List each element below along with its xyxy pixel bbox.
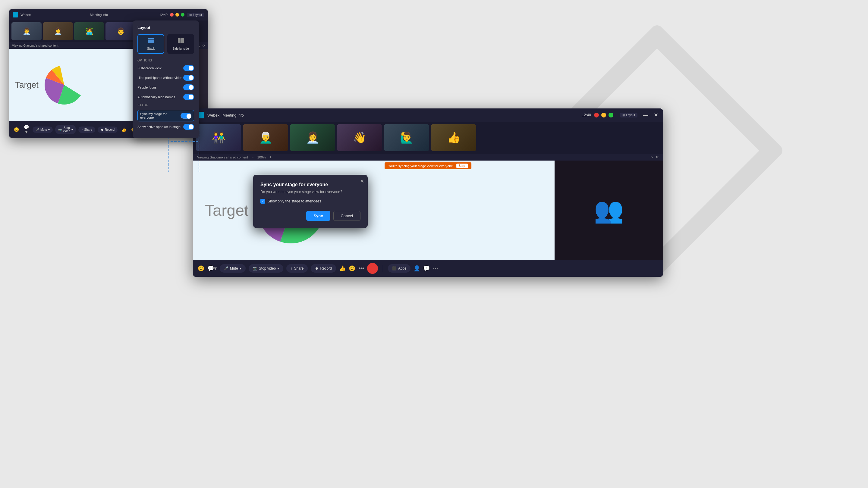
small-window-controls: [170, 13, 184, 17]
content-control-2[interactable]: ⟳: [203, 44, 205, 47]
large-thumb-4[interactable]: 👋: [337, 124, 382, 151]
large-participants-button[interactable]: 👤: [413, 265, 420, 272]
close-btn[interactable]: [170, 13, 174, 17]
show-active-speaker-toggle[interactable]: [183, 124, 194, 130]
participant-thumb-2[interactable]: 👩‍💼: [43, 22, 73, 40]
large-layout-icon: ⊞: [622, 113, 625, 117]
dialog-cancel-button[interactable]: Cancel: [333, 211, 361, 221]
layout-badge[interactable]: ⊞ Layout: [187, 13, 204, 17]
large-participant-4: 👋: [337, 124, 382, 151]
svg-rect-6: [178, 38, 181, 43]
large-stop-video-label: Stop video: [259, 266, 276, 270]
dialog-close-button[interactable]: ✕: [360, 178, 364, 184]
people-focus-option-row: People focus: [137, 84, 194, 90]
large-reactions-button[interactable]: 😊: [349, 265, 355, 272]
large-thumb-2[interactable]: 👨‍🦳: [243, 124, 288, 151]
dialog-buttons: Sync Cancel: [260, 211, 361, 221]
large-share-label: Share: [294, 266, 304, 270]
auto-hide-names-toggle[interactable]: [183, 94, 194, 100]
large-thumb-6[interactable]: 👍: [431, 124, 476, 151]
large-participant-3: 👩‍💼: [290, 124, 335, 151]
dialog-sync-button[interactable]: Sync: [306, 211, 330, 221]
large-thumb-3[interactable]: 👩‍💼: [290, 124, 335, 151]
large-more-button[interactable]: ⋯: [433, 265, 438, 272]
layout-icon: ⊞: [189, 13, 192, 17]
maximize-btn[interactable]: [181, 13, 184, 17]
large-chat-button[interactable]: 💬▾: [207, 265, 217, 272]
large-share-icon: ↑: [290, 266, 292, 270]
chat-button[interactable]: 💬▾: [23, 124, 30, 135]
share-button[interactable]: ↑ Share: [79, 127, 95, 133]
large-sync-icon[interactable]: ⟳: [656, 155, 659, 159]
sync-stage-toggle[interactable]: [181, 113, 191, 119]
side-by-side-label: Side by side: [173, 47, 189, 50]
record-button-small[interactable]: ⏺ Record: [98, 127, 118, 133]
large-participant-6: 👍: [431, 124, 476, 151]
layout-panel: Layout Stack Side by side Options Full-s…: [133, 21, 199, 138]
large-zoom-in[interactable]: ＋: [269, 155, 272, 159]
large-close-window-btn[interactable]: ✕: [654, 112, 658, 119]
large-record-icon: ⏺: [315, 266, 318, 270]
large-stop-video-button[interactable]: 📷 Stop video ▾: [249, 264, 284, 272]
large-emoji-button[interactable]: 😊: [198, 265, 204, 272]
layout-badge-label: Layout: [193, 13, 202, 17]
small-time: 12:40: [159, 13, 167, 17]
large-participant-strip: 👫 👨‍🦳 👩‍💼 👋 🙋‍♂️ 👍: [193, 122, 663, 154]
thumbs-up-button[interactable]: 👍: [120, 126, 127, 133]
large-minimize-window-btn[interactable]: —: [643, 112, 648, 119]
hide-participants-toggle[interactable]: [183, 75, 194, 81]
large-participant-2: 👨‍🦳: [243, 124, 288, 151]
large-time: 12:40: [582, 113, 591, 117]
large-stop-video-icon: 📷: [253, 266, 257, 270]
minimize-btn[interactable]: [176, 13, 179, 17]
large-thumb-5[interactable]: 🙋‍♂️: [384, 124, 429, 151]
large-fit-icon[interactable]: ⤡: [650, 155, 653, 159]
large-participant-1: 👫: [196, 124, 241, 151]
fullscreen-option-row: Full-screen view: [137, 65, 194, 71]
large-minimize-btn[interactable]: [601, 113, 606, 118]
large-thumbs-button[interactable]: 👍: [339, 265, 346, 272]
thumb-bg-1: 👨‍💼: [11, 22, 41, 40]
stop-video-label: Stop video: [63, 126, 70, 133]
large-zoom-out[interactable]: －: [251, 155, 254, 159]
large-share-button[interactable]: ↑ Share: [286, 264, 308, 272]
mute-button[interactable]: 🎤 Mute ▾: [33, 127, 53, 133]
dialog-checkbox-row: ✓ Show only the stage to attendees: [260, 199, 361, 204]
record-label: Record: [105, 128, 115, 131]
panel-title: Layout: [137, 25, 194, 30]
large-apps-icon: ⬛: [392, 266, 397, 270]
stack-layout-option[interactable]: Stack: [137, 34, 164, 54]
large-mute-chevron: ▾: [240, 266, 241, 270]
sync-stage-option-row: Sync my stage for everyone: [137, 110, 194, 121]
large-more-options-button[interactable]: •••: [358, 265, 364, 272]
mute-chevron: ▾: [48, 128, 50, 131]
large-meeting-window: Webex Meeting info 12:40 ⊞ Layout — ✕ 👫 …: [193, 108, 663, 277]
sync-stop-button[interactable]: Stop: [456, 164, 468, 168]
people-focus-toggle[interactable]: [183, 84, 194, 90]
small-meeting-info[interactable]: Meeting info: [90, 13, 157, 17]
large-layout-badge[interactable]: ⊞ Layout: [620, 113, 638, 118]
large-meeting-info[interactable]: Meeting info: [222, 113, 244, 118]
large-mute-button[interactable]: 🎤 Mute ▾: [220, 264, 246, 272]
sync-banner: You're syncing your stage view for every…: [384, 162, 471, 169]
participant-thumb-1[interactable]: 👨‍💼: [11, 22, 41, 40]
dialog-checkbox[interactable]: ✓: [260, 199, 265, 204]
stop-video-button[interactable]: 📷 Stop video ▾: [55, 125, 76, 134]
participant-thumb-4[interactable]: 👨: [105, 22, 135, 40]
large-apps-button[interactable]: ⬛ Apps: [388, 264, 410, 272]
large-mute-label: Mute: [230, 266, 238, 270]
svg-rect-7: [181, 38, 184, 43]
large-chat-2-button[interactable]: 💬: [423, 265, 430, 272]
layout-options: Stack Side by side: [137, 34, 194, 54]
fullscreen-toggle[interactable]: [183, 65, 194, 71]
large-maximize-btn[interactable]: [609, 113, 613, 118]
large-end-call-button[interactable]: [367, 263, 378, 274]
large-close-btn[interactable]: [594, 113, 599, 118]
side-by-side-layout-option[interactable]: Side by side: [167, 34, 194, 54]
emoji-button[interactable]: 😊: [13, 126, 20, 133]
large-record-button[interactable]: ⏺ Record: [311, 264, 336, 272]
stage-section-title: Stage: [137, 104, 194, 107]
large-thumb-1[interactable]: 👫: [196, 124, 241, 151]
large-video-people: 👥: [555, 161, 663, 260]
participant-thumb-3[interactable]: 🧑‍💻: [74, 22, 104, 40]
